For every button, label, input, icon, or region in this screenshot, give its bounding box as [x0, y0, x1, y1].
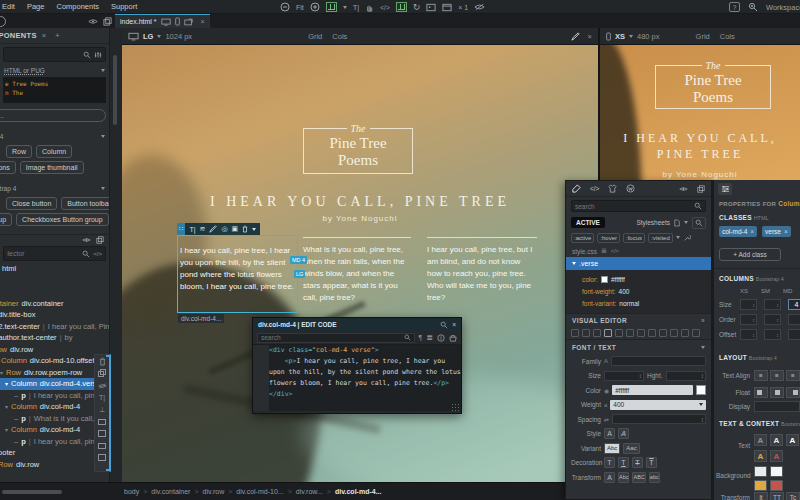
- chevron-down-icon[interactable]: [157, 35, 161, 38]
- float-right-button[interactable]: [786, 387, 800, 398]
- brand-box[interactable]: The Pine Tree Poems: [303, 128, 413, 174]
- selector-search-input[interactable]: Selector: [7, 250, 79, 257]
- component-button-close-button[interactable]: Close button: [6, 197, 57, 210]
- add-class-button[interactable]: + Add class: [719, 248, 781, 261]
- duplicate-panel-icon[interactable]: [103, 17, 112, 26]
- align-icon[interactable]: ≋: [200, 225, 206, 233]
- theme-tab-icon[interactable]: [608, 184, 617, 193]
- code-filter-icon[interactable]: </>: [93, 251, 102, 257]
- layout-b-icon[interactable]: [97, 428, 108, 439]
- font-text-header[interactable]: FONT / TEXT: [566, 340, 711, 354]
- pseudo-hover[interactable]: :hover: [597, 233, 620, 243]
- eye-icon[interactable]: [88, 17, 98, 26]
- ve-icon[interactable]: [637, 329, 645, 337]
- bg-light-swatch[interactable]: [754, 466, 767, 477]
- code-content[interactable]: 1 ▾<div class="col-md-4 verse">2 ▾ <p>I …: [269, 345, 461, 411]
- ve-icon[interactable]: [648, 329, 656, 337]
- page-heading[interactable]: I HEAR YOU CALL, PINE TREE: [610, 131, 790, 162]
- list-icon[interactable]: ≣: [601, 247, 607, 255]
- page-byline[interactable]: by Yone Noguchi: [600, 170, 800, 179]
- new-window-icon[interactable]: [442, 3, 452, 12]
- eye-icon[interactable]: [679, 186, 688, 192]
- verse-column-2[interactable]: What is it you call, pine tree, when the…: [303, 237, 411, 304]
- pseudo-visited[interactable]: :visited: [648, 233, 673, 243]
- column-stepper[interactable]: ↕: [764, 314, 781, 325]
- drag-grip-icon[interactable]: ∷: [177, 223, 185, 235]
- tree-item[interactable]: footer: [0, 447, 109, 459]
- phone-icon[interactable]: [175, 17, 180, 26]
- decoration-none-button[interactable]: T: [604, 457, 615, 468]
- component-section-header[interactable]: Bootstrap 4: [0, 130, 109, 142]
- transform-none-button[interactable]: A: [604, 472, 615, 483]
- component-button-image-thumbnail[interactable]: Image thumbnail: [20, 161, 84, 174]
- component-button-button-group[interactable]: Button group: [0, 213, 12, 226]
- snippets-icon[interactable]: [449, 334, 457, 342]
- code-tab-icon[interactable]: </>: [590, 185, 599, 192]
- column-stepper[interactable]: ↕: [740, 329, 757, 340]
- component-button-checkboxes-button-group[interactable]: Checkboxes Button group: [16, 213, 109, 226]
- visual-editor-header[interactable]: VISUAL EDITOR »: [566, 313, 711, 327]
- badge-md4[interactable]: MD 4: [290, 256, 307, 264]
- menu-item-page[interactable]: Page: [27, 2, 45, 11]
- sliders-icon[interactable]: [718, 183, 732, 195]
- target-icon[interactable]: ◎: [221, 225, 227, 233]
- tree-item[interactable]: p.author.text-center|by: [0, 332, 109, 344]
- ve-icon[interactable]: [659, 329, 667, 337]
- weight-select[interactable]: 400: [610, 400, 706, 410]
- resize-grip-icon[interactable]: [451, 403, 459, 411]
- tree-item[interactable]: ▾Rowdiv.row: [0, 344, 109, 356]
- float-none-button[interactable]: [770, 387, 784, 398]
- code-line[interactable]: 1 ▾<div class="col-md-4 verse">: [272, 345, 461, 356]
- filter-icon[interactable]: [94, 51, 102, 59]
- grid-toggle[interactable]: Grid: [696, 32, 710, 41]
- styles-search[interactable]: search: [571, 200, 706, 212]
- visibility-icon[interactable]: [97, 380, 108, 391]
- edit-pencil-icon[interactable]: [571, 32, 580, 41]
- breadcrumb-item[interactable]: div.container: [151, 488, 190, 495]
- tab-components[interactable]: COMPONENTS: [2, 31, 37, 40]
- badge-lg[interactable]: LG: [294, 270, 305, 278]
- ve-icon[interactable]: [692, 329, 700, 337]
- active-tab[interactable]: ACTIVE: [571, 217, 605, 228]
- column-stepper[interactable]: ↕: [764, 299, 781, 310]
- stylesheets-label[interactable]: Stylesheets: [636, 219, 670, 226]
- code-line[interactable]: 2 ▾ <p>I hear you call, pine tree, I hea…: [272, 356, 461, 389]
- brush-tab-icon[interactable]: [572, 184, 581, 193]
- chevron-down-icon[interactable]: [629, 35, 633, 38]
- component-section-header[interactable]: Bootstrap 4: [0, 182, 109, 194]
- breakpoint-label[interactable]: LG: [143, 32, 153, 41]
- tree-item[interactable]: [0, 286, 109, 298]
- duplicate-icon[interactable]: [97, 368, 108, 379]
- wordpress-tab-icon[interactable]: [626, 184, 635, 193]
- bg-white-swatch[interactable]: [770, 466, 783, 477]
- section-html-pug[interactable]: HTML or PUG: [0, 64, 109, 76]
- size-stepper[interactable]: ↕: [604, 371, 644, 381]
- height-stepper[interactable]: ↕: [666, 371, 706, 381]
- ve-icon[interactable]: [670, 329, 678, 337]
- html-snippet-box[interactable]: e Tree Poems n The: [3, 77, 106, 103]
- text-edit-icon[interactable]: T|: [97, 392, 108, 403]
- transform-cap-button[interactable]: Tc: [786, 492, 800, 500]
- ve-icon[interactable]: [681, 329, 689, 337]
- hand-tool-icon[interactable]: [365, 3, 374, 12]
- align-left-button[interactable]: ≡: [754, 370, 768, 381]
- tree-item[interactable]: ▾Columndiv.col-md-4: [0, 401, 109, 413]
- align-center-button[interactable]: ≡: [770, 370, 784, 381]
- family-input[interactable]: [611, 356, 706, 366]
- text-warning-button[interactable]: A: [754, 450, 767, 462]
- cols-toggle[interactable]: Cols: [332, 32, 347, 41]
- page-byline[interactable]: by Yone Noguchi: [122, 214, 598, 223]
- breadcrumb-item[interactable]: div.row: [203, 488, 225, 495]
- style-italic-button[interactable]: A: [618, 428, 629, 439]
- css-rule-selected[interactable]: .verse: [566, 257, 711, 270]
- pilcrow-icon[interactable]: ¶: [419, 334, 423, 341]
- breakpoint-label[interactable]: XS: [615, 32, 625, 41]
- align-right-button[interactable]: ≡: [786, 370, 800, 381]
- layout-view-icon[interactable]: [396, 2, 407, 12]
- column-stepper[interactable]: ↕: [788, 314, 800, 325]
- desktop-icon[interactable]: [161, 18, 171, 26]
- code-editor-titlebar[interactable]: div.col-md-4 | EDIT CODE ×: [253, 318, 461, 331]
- tree-expand-icon[interactable]: ▾: [5, 426, 8, 433]
- trash-icon[interactable]: [242, 225, 248, 233]
- find-rule-button[interactable]: [692, 217, 706, 229]
